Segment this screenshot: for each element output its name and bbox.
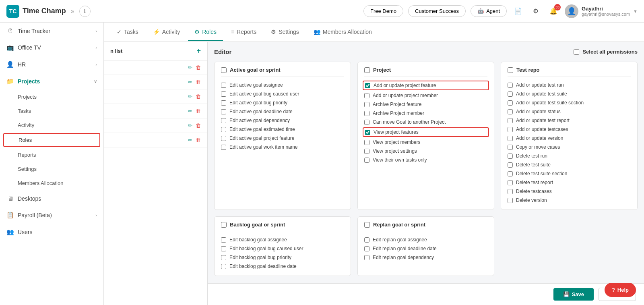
- role-delete-button[interactable]: 🗑: [196, 137, 201, 143]
- document-icon-btn[interactable]: 📄: [512, 5, 524, 18]
- sidebar-sub-item-tasks[interactable]: Tasks: [0, 104, 103, 118]
- backlog-goal-header-checkbox[interactable]: [221, 222, 227, 228]
- perm-checkbox[interactable]: [508, 100, 513, 106]
- role-delete-button[interactable]: 🗑: [196, 93, 201, 100]
- test-repo-header-checkbox[interactable]: [508, 67, 513, 73]
- perm-checkbox[interactable]: [221, 83, 226, 88]
- perm-checkbox[interactable]: [364, 237, 369, 243]
- perm-checkbox[interactable]: [508, 127, 513, 132]
- tab-tasks[interactable]: ✓ Tasks: [110, 24, 145, 41]
- perm-checkbox[interactable]: [221, 127, 226, 132]
- select-all-checkbox[interactable]: [574, 49, 579, 55]
- perm-checkbox[interactable]: [508, 189, 513, 194]
- perm-checkbox[interactable]: [508, 91, 513, 97]
- sidebar-sub-item-activity[interactable]: Activity: [0, 118, 103, 132]
- sidebar-item-office-tv[interactable]: 📺 Office TV ›: [0, 39, 103, 56]
- perm-checkbox[interactable]: [508, 162, 513, 168]
- role-actions: ✏ 🗑: [188, 93, 201, 100]
- perm-checkbox[interactable]: [364, 158, 369, 163]
- customer-success-button[interactable]: Customer Success: [408, 5, 466, 17]
- save-label: Save: [572, 291, 584, 297]
- perm-checkbox[interactable]: [221, 264, 226, 269]
- role-delete-button[interactable]: 🗑: [196, 64, 201, 71]
- expand-icon[interactable]: »: [71, 8, 74, 15]
- help-button[interactable]: ? Help: [605, 283, 636, 297]
- agent-button[interactable]: 🤖 Agent: [471, 5, 507, 17]
- tab-settings[interactable]: ⚙ Settings: [264, 24, 305, 41]
- roles-tab-icon: ⚙: [194, 29, 200, 35]
- sidebar-item-desktops[interactable]: 🖥 Desktops: [0, 190, 103, 207]
- perm-checkbox[interactable]: [364, 246, 369, 251]
- sidebar-sub-item-projects[interactable]: Projects: [0, 90, 103, 104]
- active-goal-header-checkbox[interactable]: [221, 67, 227, 73]
- replan-goal-header-checkbox[interactable]: [364, 222, 370, 228]
- sidebar-sub-item-reports[interactable]: Reports: [0, 148, 103, 162]
- settings-icon-btn[interactable]: ⚙: [529, 5, 542, 18]
- role-edit-button[interactable]: ✏: [188, 108, 192, 114]
- sidebar-sub-item-settings[interactable]: Settings: [0, 162, 103, 176]
- project-header-checkbox[interactable]: [364, 67, 370, 73]
- tab-reports[interactable]: ≡ Reports: [225, 24, 263, 41]
- tab-members-allocation[interactable]: 👥 Members Allocation: [307, 24, 378, 41]
- sidebar-item-projects[interactable]: 📁 Projects ∨: [0, 73, 103, 90]
- perm-checkbox[interactable]: [508, 109, 513, 114]
- sidebar-sub-item-members-allocation[interactable]: Members Allocation: [0, 176, 103, 190]
- perm-checkbox[interactable]: [221, 237, 226, 243]
- role-edit-button[interactable]: ✏: [188, 137, 192, 143]
- perm-checkbox[interactable]: [364, 120, 369, 125]
- notification-icon-btn[interactable]: 🔔 33: [547, 5, 560, 18]
- perm-checkbox[interactable]: [221, 136, 226, 141]
- role-edit-button[interactable]: ✏: [188, 79, 192, 85]
- roles-tab-label: Roles: [202, 29, 217, 35]
- perm-checkbox[interactable]: [221, 145, 226, 150]
- perm-checkbox[interactable]: [508, 118, 513, 123]
- sidebar-item-hr[interactable]: 👤 HR ›: [0, 56, 103, 73]
- sidebar-sub-item-roles[interactable]: Roles: [3, 133, 100, 147]
- main-content: ✓ Tasks ⚡ Activity ⚙ Roles ≡ Reports ⚙ S…: [104, 23, 644, 305]
- perm-checkbox[interactable]: [221, 246, 226, 251]
- role-edit-button[interactable]: ✏: [188, 122, 192, 129]
- sidebar-item-label: Office TV: [18, 44, 41, 51]
- tab-roles[interactable]: ⚙ Roles: [188, 24, 223, 41]
- perm-checkbox[interactable]: [508, 136, 513, 141]
- reports-tab-icon: ≡: [231, 29, 234, 35]
- perm-checkbox[interactable]: [221, 255, 226, 260]
- perm-label: Edit active goal bug priority: [229, 100, 287, 106]
- perm-checkbox[interactable]: [508, 154, 513, 159]
- perm-checkbox[interactable]: [364, 111, 369, 116]
- info-icon[interactable]: ℹ: [79, 6, 91, 17]
- role-delete-button[interactable]: 🗑: [196, 79, 201, 85]
- perm-checkbox[interactable]: [508, 198, 513, 203]
- free-demo-button[interactable]: Free Demo: [363, 5, 403, 17]
- perm-checkbox[interactable]: [364, 255, 369, 260]
- perm-checkbox[interactable]: [364, 140, 369, 145]
- perm-checkbox[interactable]: [508, 145, 513, 150]
- sidebar-item-users[interactable]: 👥 Users: [0, 224, 103, 241]
- perm-checkbox-checked[interactable]: [365, 130, 370, 135]
- perm-checkbox[interactable]: [221, 109, 226, 114]
- role-delete-button[interactable]: 🗑: [196, 108, 201, 114]
- perm-checkbox[interactable]: [364, 149, 369, 154]
- permission-item-highlighted: View project features: [363, 127, 489, 137]
- role-delete-button[interactable]: 🗑: [196, 122, 201, 129]
- tab-activity[interactable]: ⚡ Activity: [147, 24, 186, 41]
- save-button[interactable]: 💾 Save: [553, 288, 594, 301]
- add-role-button[interactable]: +: [196, 47, 201, 55]
- perm-checkbox[interactable]: [221, 100, 226, 106]
- perm-checkbox[interactable]: [508, 171, 513, 176]
- perm-checkbox[interactable]: [508, 180, 513, 185]
- perm-checkbox-checked[interactable]: [365, 83, 370, 88]
- permission-item: View their own tasks only: [364, 156, 487, 164]
- perm-checkbox[interactable]: [508, 83, 513, 88]
- permission-item: Edit replan goal dependency: [364, 253, 487, 262]
- role-edit-button[interactable]: ✏: [188, 64, 192, 71]
- role-edit-button[interactable]: ✏: [188, 93, 192, 100]
- perm-checkbox[interactable]: [221, 91, 226, 97]
- user-info[interactable]: 👤 Gayathri gayathri@snovasys.com ▼: [565, 4, 638, 18]
- perm-checkbox[interactable]: [221, 118, 226, 123]
- perm-checkbox[interactable]: [364, 102, 369, 107]
- sidebar-item-payroll[interactable]: 📋 Payroll (Beta) ›: [0, 207, 103, 224]
- permission-item: Archive Project member: [364, 109, 487, 118]
- perm-checkbox[interactable]: [364, 93, 369, 98]
- sidebar-item-time-tracker[interactable]: ⏱ Time Tracker ›: [0, 23, 103, 39]
